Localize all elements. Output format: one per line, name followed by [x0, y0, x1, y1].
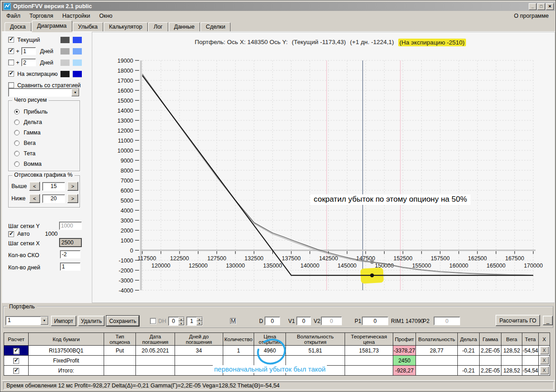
row-calc-checkbox[interactable] [13, 368, 19, 374]
title-bar[interactable]: OptionFVV версия 2.1 public _ □ ✕ [2, 2, 555, 11]
radio-button[interactable] [14, 161, 20, 167]
radio-button[interactable] [14, 109, 20, 114]
menu-item-Окно[interactable]: Окно [95, 12, 117, 20]
p1-input[interactable] [362, 317, 388, 325]
column-header[interactable]: Профит [393, 333, 416, 346]
close-button[interactable]: ✕ [546, 3, 554, 10]
radio-button[interactable] [14, 140, 20, 146]
row-delete-button[interactable]: X [540, 367, 549, 374]
series-checkbox[interactable] [8, 60, 14, 65]
row-calc-checkbox[interactable] [13, 348, 19, 354]
column-header[interactable]: Тип опциона [104, 333, 136, 346]
menu-item-Настройки[interactable]: Настройки [58, 12, 95, 20]
portfolio-combobox[interactable]: 1 ▼ [5, 316, 49, 325]
column-header[interactable]: Гамма [480, 333, 501, 346]
series-checkbox[interactable] [8, 71, 14, 77]
radio-Вомма[interactable]: Вомма [9, 159, 80, 169]
column-header[interactable]: X [539, 333, 550, 346]
radio-Вега[interactable]: Вега [9, 138, 80, 148]
above-increase-button[interactable]: > [67, 182, 78, 191]
dh-spinner-1[interactable]: 0 ▴▾ [168, 317, 185, 326]
grid-step-x-input[interactable] [59, 238, 82, 247]
menu-about[interactable]: О программе [514, 13, 555, 19]
calc-cell[interactable] [4, 346, 29, 356]
table-cell [458, 356, 480, 366]
p2-input[interactable] [434, 317, 460, 325]
spin-up-icon[interactable]: ▴ [196, 317, 202, 321]
tab-Калькулятор[interactable]: Калькулятор [104, 22, 148, 31]
calc-cell[interactable] [4, 356, 29, 366]
tab-Сделки[interactable]: Сделки [200, 22, 231, 31]
row-delete-button[interactable]: X [540, 347, 549, 354]
column-header[interactable]: Количество [223, 333, 254, 346]
spin-up-icon[interactable]: ▴ [178, 317, 184, 321]
radio-button[interactable] [14, 119, 20, 125]
auto-checkbox[interactable] [8, 231, 14, 237]
maximize-button[interactable]: □ [537, 3, 545, 10]
days-count-input[interactable] [60, 263, 80, 271]
above-value-input[interactable]: 15 [42, 182, 65, 191]
above-decrease-button[interactable]: < [29, 182, 40, 191]
column-header[interactable]: Вега [501, 333, 522, 346]
column-header[interactable]: Волатильность открытия [286, 333, 345, 346]
series-checkbox[interactable] [8, 37, 14, 43]
column-header[interactable]: Дней до погашения [175, 333, 223, 346]
compare-checkbox-box[interactable] [8, 82, 14, 88]
column-header[interactable]: Тета [522, 333, 539, 346]
tab-Данные[interactable]: Данные [169, 22, 200, 31]
tab-Улыбка[interactable]: Улыбка [73, 22, 103, 31]
dh-checkbox[interactable] [150, 318, 156, 324]
plus-sign: + [15, 60, 20, 66]
v2-input[interactable] [321, 317, 342, 325]
radio-Прибыль[interactable]: Прибыль [9, 106, 80, 117]
d-input[interactable] [265, 317, 280, 325]
radio-button[interactable] [14, 130, 20, 135]
below-decrease-button[interactable]: < [29, 194, 40, 203]
radio-button[interactable] [14, 151, 20, 156]
series-checkbox[interactable] [8, 48, 14, 54]
series-row-3[interactable]: На экспирацию [2, 68, 92, 79]
column-header[interactable]: Расчет [4, 333, 29, 346]
calc-cell[interactable] [4, 366, 29, 376]
menu-item-Файл[interactable]: Файл [2, 12, 25, 20]
delete-button[interactable]: Удалить [78, 316, 105, 326]
radio-Дельта[interactable]: Дельта [9, 117, 80, 127]
collapse-button[interactable]: _ [543, 316, 553, 325]
dh-spinner-2[interactable]: 1 ▴▾ [186, 317, 203, 326]
series-row-0[interactable]: Текущий [2, 34, 92, 45]
tab-Диаграмма[interactable]: Диаграмма [32, 20, 72, 31]
radio-Тета[interactable]: Тета [9, 148, 80, 159]
minimize-button[interactable]: _ [529, 3, 536, 10]
sko-input[interactable] [60, 250, 80, 258]
days-offset-input[interactable] [21, 59, 36, 66]
column-header[interactable]: Дата погашения [136, 333, 175, 346]
profit-chart[interactable]: -4000-3000-2000-100001000200030004000500… [92, 32, 555, 303]
column-header[interactable]: Теоретическая цена [345, 333, 393, 346]
svg-text:132500: 132500 [245, 255, 264, 262]
spin-down-icon[interactable]: ▾ [196, 321, 202, 325]
strategy-combobox[interactable]: ▼ [8, 88, 80, 97]
menu-item-Торговля[interactable]: Торговля [25, 12, 58, 20]
days-offset-input[interactable] [21, 47, 36, 55]
series-row-2[interactable]: +Дней [2, 57, 92, 68]
column-header[interactable]: Волатильность [416, 333, 458, 346]
radio-Гамма[interactable]: Гамма [9, 127, 80, 138]
grid-step-y-input[interactable] [59, 222, 82, 230]
v1-input[interactable] [296, 317, 311, 325]
tab-Доска[interactable]: Доска [5, 22, 31, 31]
save-button[interactable]: Сохранить [106, 316, 139, 326]
below-increase-button[interactable]: > [67, 194, 78, 203]
row-calc-checkbox[interactable] [13, 358, 19, 364]
row-delete-button[interactable]: X [540, 357, 549, 364]
spin-down-icon[interactable]: ▾ [178, 321, 184, 325]
column-header[interactable]: Код бумаги [29, 333, 104, 346]
import-button[interactable]: Импорт [51, 316, 76, 326]
column-header[interactable]: Дельта [458, 333, 480, 346]
series-row-1[interactable]: +Дней [2, 45, 92, 57]
calc-margin-button[interactable]: Рассчитать ГО [496, 315, 540, 326]
note-annotation: первоначальный убыток был такой [213, 365, 327, 373]
chevron-down-icon[interactable]: ▼ [40, 317, 48, 325]
below-value-input[interactable]: 20 [42, 194, 65, 203]
chevron-down-icon[interactable]: ▼ [71, 89, 79, 96]
tab-Лог[interactable]: Лог [148, 22, 168, 31]
